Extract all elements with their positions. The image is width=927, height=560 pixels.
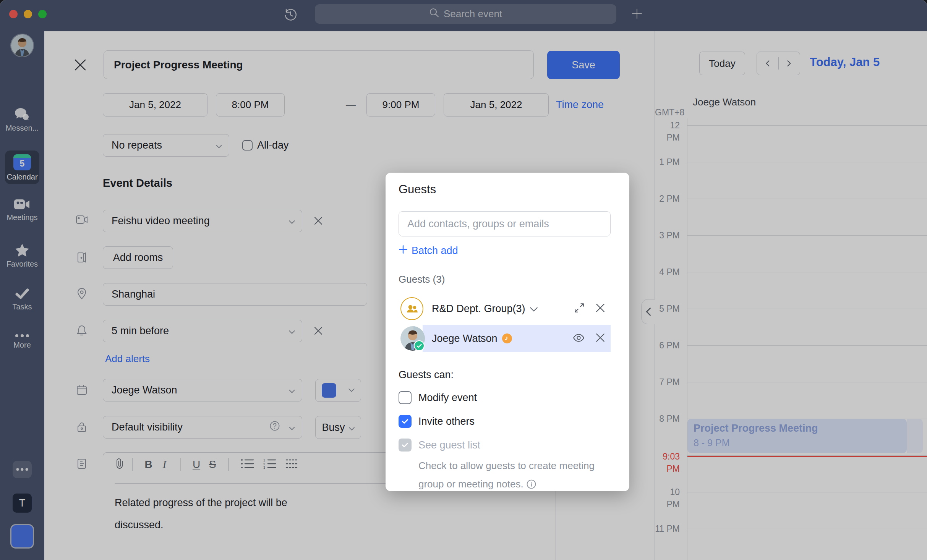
guest-row-group[interactable]: R&D Dept. Group(3)	[399, 296, 611, 322]
permission-see-guest-list: See guest list	[399, 438, 611, 452]
checkbox-disabled-checked	[399, 439, 412, 452]
expand-group-icon[interactable]	[574, 303, 585, 315]
accepted-badge-icon	[414, 340, 425, 351]
permission-help-text: Check to allow guests to create meeting …	[418, 456, 598, 495]
view-guest-icon[interactable]	[573, 334, 585, 343]
pending-badge-icon	[502, 333, 512, 343]
remove-guest-icon[interactable]	[595, 333, 605, 344]
app-window: Search event Messen... 5 Calendar Meetin	[0, 0, 927, 560]
dialog-title: Guests	[399, 183, 611, 196]
guest-count-label: Guests (3)	[399, 274, 611, 285]
guest-name: Joege Watson	[432, 333, 498, 345]
batch-add-button[interactable]: Batch add	[399, 245, 611, 257]
plus-icon	[399, 245, 408, 257]
remove-guest-icon[interactable]	[595, 303, 605, 314]
guest-name: R&D Dept. Group(3)	[432, 303, 525, 315]
info-icon[interactable]	[527, 476, 536, 495]
permission-invite-others[interactable]: Invite others	[399, 414, 611, 428]
add-guests-input[interactable]	[399, 211, 611, 236]
guest-row-person[interactable]: Joege Watson	[399, 325, 611, 352]
chevron-down-icon[interactable]	[530, 303, 538, 315]
permission-modify-event[interactable]: Modify event	[399, 391, 611, 405]
checkbox-checked[interactable]	[399, 415, 412, 428]
checkbox-unchecked[interactable]	[399, 391, 412, 404]
permissions-heading: Guests can:	[399, 369, 611, 381]
guests-dialog: Guests Batch add Guests (3) R&D Dept. Gr…	[386, 173, 629, 491]
group-avatar	[400, 297, 423, 320]
